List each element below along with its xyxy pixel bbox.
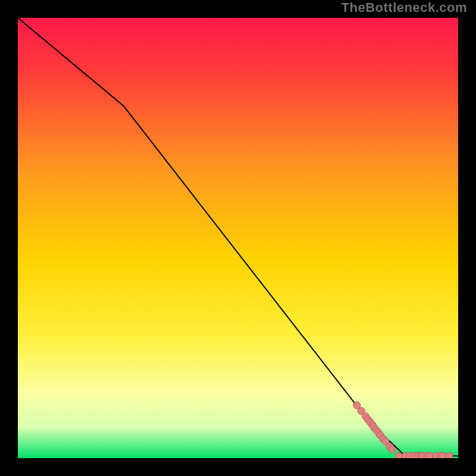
data-point: [446, 452, 453, 458]
watermark-text: TheBottleneck.com: [342, 0, 467, 15]
data-point: [389, 446, 396, 453]
data-point: [426, 452, 433, 458]
data-point: [439, 452, 446, 458]
plot-area: [18, 18, 458, 458]
gradient-background: [18, 18, 458, 458]
data-point: [395, 452, 402, 458]
chart-frame: TheBottleneck.com: [0, 0, 476, 476]
chart-svg: [18, 18, 458, 458]
